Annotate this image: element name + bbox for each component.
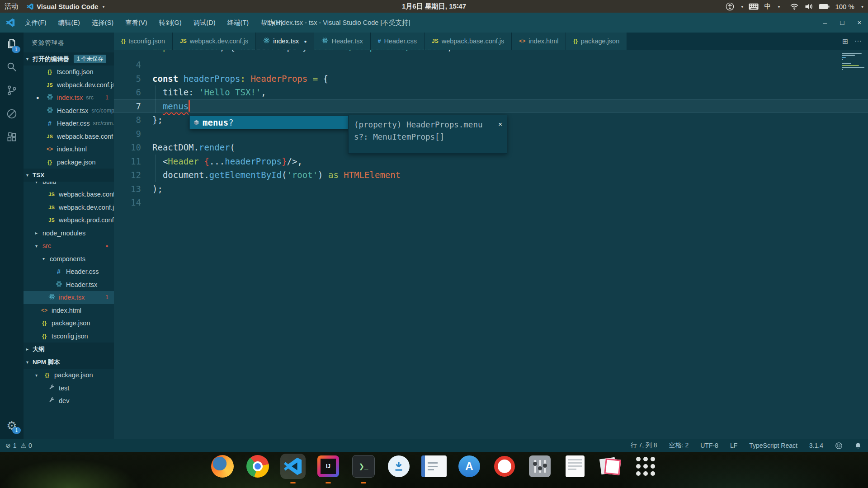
tab-index.tsx[interactable]: index.tsx●: [256, 33, 314, 50]
open-editor-item-index.tsx[interactable]: ●1index.tsxsrc: [24, 91, 114, 104]
dock-appstore[interactable]: A: [456, 454, 482, 483]
dock-vscode[interactable]: [280, 454, 306, 483]
tree-item-webpack.dev.conf.js[interactable]: JSwebpack.dev.conf.js: [24, 201, 114, 214]
code-line-12[interactable]: 12 document.getElementById('root') as HT…: [114, 168, 868, 182]
settings-button[interactable]: ⚙1: [0, 414, 24, 437]
menu-e[interactable]: 编辑(E): [52, 13, 86, 33]
notifications-bell-icon[interactable]: [854, 442, 862, 450]
tree-item-components[interactable]: ▾components: [24, 253, 114, 266]
tree-item-webpack.base.conf.js[interactable]: JSwebpack.base.conf.js: [24, 188, 114, 201]
tab-index.html[interactable]: <>index.html: [512, 33, 566, 50]
npm-script-item-dev[interactable]: dev: [24, 394, 114, 408]
menu-v[interactable]: 查看(V): [119, 13, 153, 33]
tab-webpack.base.conf.js[interactable]: JSwebpack.base.conf.js: [425, 33, 512, 50]
code-editor[interactable]: import Header, { HeaderProps } from './c…: [114, 50, 868, 439]
chevron-down-icon[interactable]: ▾: [861, 4, 863, 9]
code-line-11[interactable]: 11 <Header {...headerProps}/>,: [114, 155, 868, 169]
code-line-6[interactable]: 6 title: 'Hello TSX!',: [114, 85, 868, 99]
open-editor-item-Header.tsx[interactable]: Header.tsxsrc/comp…: [24, 104, 114, 117]
keyboard-icon[interactable]: [749, 3, 759, 10]
open-editor-item-Header.css[interactable]: #Header.csssrc/com…: [24, 117, 114, 130]
tab-Header.css[interactable]: #Header.css: [371, 33, 425, 50]
tree-header[interactable]: ▾TSX: [24, 169, 114, 182]
menu-t[interactable]: 终端(T): [222, 13, 255, 33]
activity-debug[interactable]: [0, 103, 24, 127]
open-editor-item-index.html[interactable]: <>index.html: [24, 143, 114, 156]
dock-chrome[interactable]: [245, 454, 271, 483]
tree-item-package.json[interactable]: {}package.json: [24, 317, 114, 330]
restore-button[interactable]: □: [834, 13, 851, 33]
code-line-4[interactable]: 4: [114, 58, 868, 72]
status-2[interactable]: 空格: 2: [669, 441, 689, 450]
close-icon[interactable]: ×: [498, 118, 502, 130]
tree-item-build[interactable]: ▾build: [24, 182, 114, 188]
tree-item-src[interactable]: ●▾src: [24, 239, 114, 253]
code-line-14[interactable]: 14: [114, 196, 868, 210]
tree-item-Header.tsx[interactable]: Header.tsx: [24, 278, 114, 291]
activity-source-control[interactable]: [0, 80, 24, 103]
npm-script-item-test[interactable]: test: [24, 382, 114, 395]
dock-app-grid[interactable]: [632, 454, 659, 483]
menu-s[interactable]: 选择(S): [86, 13, 119, 33]
dock-terminal[interactable]: ❯_: [350, 454, 377, 483]
tree-item-Header.css[interactable]: #Header.css: [24, 265, 114, 278]
menu-g[interactable]: 转到(G): [153, 13, 188, 33]
tree-item-index.tsx[interactable]: 1index.tsx: [24, 291, 114, 304]
activities-button[interactable]: 活动: [5, 2, 18, 11]
focused-app-menu[interactable]: Visual Studio Code ▾: [26, 3, 104, 10]
open-editors-header[interactable]: ▾打开的编辑器1 个未保存: [24, 52, 114, 66]
suggest-docs-panel: × (property) HeaderProps.menu s?: MenuIt…: [348, 115, 507, 154]
tab-webpack.dev.conf.js[interactable]: JSwebpack.dev.conf.js: [173, 33, 256, 50]
suggest-widget[interactable]: menus ?: [189, 116, 349, 129]
code-line-7[interactable]: 7 menus: [114, 99, 868, 113]
dock-red-app[interactable]: [491, 454, 518, 483]
dock-firefox[interactable]: [209, 454, 236, 483]
menu-d[interactable]: 调试(D): [187, 13, 221, 33]
file-path-desc: src: [86, 94, 94, 101]
outline-header[interactable]: ▸大纲: [24, 343, 114, 356]
tab-Header.tsx[interactable]: Header.tsx: [314, 33, 370, 50]
minimap[interactable]: [842, 51, 865, 73]
volume-icon[interactable]: [804, 3, 813, 10]
dock-books[interactable]: [421, 454, 447, 483]
menu-f[interactable]: 文件(F): [19, 13, 52, 33]
accessibility-icon[interactable]: [726, 2, 734, 11]
open-editor-item-tsconfig.json[interactable]: {}tsconfig.json: [24, 66, 114, 79]
tree-item-nodemodules[interactable]: ▸node_modules: [24, 227, 114, 240]
wifi-icon[interactable]: [790, 3, 799, 10]
status-utf8[interactable]: UTF-8: [700, 442, 718, 449]
npm-scripts-header[interactable]: ▾NPM 脚本: [24, 356, 114, 369]
minimize-button[interactable]: –: [816, 13, 834, 33]
tree-item-webpack.prod.conf.js[interactable]: JSwebpack.prod.conf.js: [24, 214, 114, 227]
open-editor-item-webpack.dev.conf.js[interactable]: JSwebpack.dev.conf.js…: [24, 79, 114, 92]
hash-file-icon: #: [378, 38, 381, 44]
close-button[interactable]: ×: [851, 13, 868, 33]
activity-extensions[interactable]: [0, 127, 24, 150]
tree-item-index.html[interactable]: <>index.html: [24, 304, 114, 317]
status-314[interactable]: 3.1.4: [809, 442, 823, 449]
more-actions-icon[interactable]: ···: [854, 37, 862, 45]
dock-text-editor[interactable]: [562, 454, 588, 483]
dock-downloads[interactable]: [386, 454, 412, 483]
tab-tsconfig.json[interactable]: {}tsconfig.json: [114, 33, 173, 50]
open-editor-item-webpack.base.conf[interactable]: JSwebpack.base.conf…: [24, 130, 114, 143]
problems-indicator[interactable]: ⊘1 ⚠0: [5, 442, 32, 449]
tab-package.json[interactable]: {}package.json: [566, 33, 627, 50]
dock-tweaks[interactable]: [527, 454, 553, 483]
activity-explorer[interactable]: 1: [0, 33, 24, 56]
split-editor-icon[interactable]: ⊞: [842, 37, 848, 46]
tree-item-tsconfig.json[interactable]: {}tsconfig.json: [24, 330, 114, 343]
code-line-13[interactable]: 13);: [114, 182, 868, 196]
status-78[interactable]: 行 7, 列 8: [631, 441, 657, 450]
feedback-smiley-icon[interactable]: [835, 442, 843, 450]
dock-intellij[interactable]: IJ: [315, 454, 341, 483]
npm-script-item-package.json[interactable]: ▾{}package.json: [24, 369, 114, 382]
status-typescriptreact[interactable]: TypeScript React: [749, 442, 797, 449]
dock-screenshot[interactable]: [597, 454, 623, 483]
code-line-5[interactable]: 5const headerProps: HeaderProps = {: [114, 72, 868, 86]
input-method-indicator[interactable]: 中: [764, 2, 771, 11]
open-editor-item-package.json[interactable]: {}package.json: [24, 156, 114, 169]
activity-search[interactable]: [0, 56, 24, 80]
js-file-icon: JS: [47, 217, 56, 223]
status-lf[interactable]: LF: [730, 442, 737, 449]
